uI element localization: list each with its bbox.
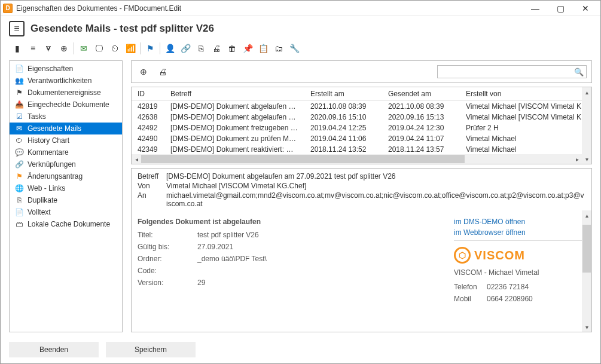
clock-icon[interactable]: ⏲ <box>108 41 122 56</box>
cell-id: 42492 <box>132 123 164 133</box>
sidebar-item--nderungsantrag[interactable]: ⚑Änderungsantrag <box>10 170 122 182</box>
export-icon[interactable]: ⊕ <box>136 65 151 79</box>
sidebar-icon: 💬 <box>14 148 24 157</box>
sidebar-icon: ⚑ <box>14 172 24 181</box>
flag-icon[interactable]: ⚑ <box>143 41 157 56</box>
mail-body: Folgendes Dokument ist abgelaufen Titel:… <box>132 210 591 332</box>
sidebar-item-gesendete-mails[interactable]: ✉Gesendete Mails <box>10 123 122 134</box>
sidebar-icon: 🔗 <box>14 160 24 169</box>
minimize-button[interactable]: — <box>523 1 548 16</box>
close-button-footer[interactable]: Beenden <box>9 342 99 357</box>
sidebar-label: Gesendete Mails <box>28 124 81 133</box>
search-icon[interactable]: 🔍 <box>574 68 584 77</box>
card-icon[interactable]: 🗂 <box>271 41 286 56</box>
document-info: Folgendes Dokument ist abgelaufen Titel:… <box>138 218 448 328</box>
pin-icon[interactable]: 📌 <box>240 41 255 56</box>
doc-titel-label: Titel: <box>138 231 197 239</box>
col-id[interactable]: ID <box>132 87 164 101</box>
tel-value: 02236 72184 <box>487 283 529 291</box>
app-icon: D <box>3 4 13 13</box>
sidebar-item-verkn-pfungen[interactable]: 🔗Verknüpfungen <box>10 158 122 170</box>
cell-erstellt: 2019.04.24 12:25 <box>304 123 382 133</box>
sidebar-item-tasks[interactable]: ☑Tasks <box>10 111 122 123</box>
logo-mark-icon: ⬡ <box>454 247 471 264</box>
col-von[interactable]: Erstellt von <box>460 87 591 101</box>
doc-ordner-label: Ordner: <box>138 255 197 263</box>
sidebar-label: Volltext <box>28 208 51 216</box>
close-button[interactable]: ✕ <box>573 1 598 16</box>
sidebar-item-lokale-cache-dokumente[interactable]: 🗃Lokale Cache Dokumente <box>10 218 122 230</box>
broadcast-icon[interactable]: 📶 <box>123 41 138 56</box>
scroll-down-icon[interactable]: ▾ <box>582 154 591 164</box>
sidebar-item-verantwortlichkeiten[interactable]: 👥Verantwortlichkeiten <box>10 75 122 87</box>
filter-icon[interactable]: ⛛ <box>41 41 56 56</box>
contact-panel: im DMS-DEMO öffnen im Webbrowser öffnen … <box>454 218 585 328</box>
sidebar-icon: 📄 <box>14 208 24 216</box>
link-icon[interactable]: 🔗 <box>178 41 193 56</box>
col-gesendet[interactable]: Gesendet am <box>382 87 460 101</box>
cell-betreff: [DMS-DEMO] Dokument abgelaufen a... <box>164 112 304 123</box>
scroll-right-icon[interactable]: ▸ <box>572 154 582 164</box>
detail-scroll-up-icon[interactable]: ▴ <box>582 210 591 220</box>
cell-erstellt: 2020.09.16 15:10 <box>304 112 382 123</box>
table-row[interactable]: 42819[DMS-DEMO] Dokument abgelaufen a...… <box>132 101 591 112</box>
copy-icon[interactable]: ⎘ <box>194 41 208 56</box>
open-in-dms-link[interactable]: im DMS-DEMO öffnen <box>454 218 585 226</box>
scroll-up-icon[interactable]: ▴ <box>582 87 591 97</box>
doc-gueltig: 27.09.2021 <box>197 243 233 251</box>
table-vscroll[interactable]: ▴ ▾ <box>582 87 591 164</box>
wrench-icon[interactable]: 🔧 <box>287 41 301 56</box>
col-betreff[interactable]: Betreff <box>164 87 304 101</box>
cell-id: 42638 <box>132 112 164 123</box>
search-box[interactable]: 🔍 <box>437 65 587 78</box>
table-row[interactable]: 42349[DMS-DEMO] Dokument reaktiviert: MY… <box>132 144 591 155</box>
sidebar-label: History Chart <box>28 136 69 145</box>
sidebar-item-history-chart[interactable]: ⏲History Chart <box>10 134 122 146</box>
sidebar-item-volltext[interactable]: 📄Volltext <box>10 206 122 218</box>
print-list-icon[interactable]: 🖨 <box>155 65 170 79</box>
col-erstellt[interactable]: Erstellt am <box>304 87 382 101</box>
sidebar-item-kommentare[interactable]: 💬Kommentare <box>10 146 122 158</box>
search-input[interactable] <box>440 67 574 77</box>
window: D Eigenschaften des Dokumentes - FMDocum… <box>0 0 601 364</box>
cell-erstellt: 2018.11.24 13:52 <box>304 144 382 155</box>
user-icon[interactable]: 👤 <box>163 41 177 56</box>
table-row[interactable]: 42490[DMS-DEMO] Dokument zu prüfen MYC..… <box>132 133 591 144</box>
sidebar-item-eingecheckte-dokumente[interactable]: 📥Eingecheckte Dokumente <box>10 99 122 111</box>
mail-check-icon[interactable]: ✉ <box>77 41 91 56</box>
db-icon[interactable]: ▮ <box>10 41 25 56</box>
sidebar-item-eigenschaften[interactable]: 📄Eigenschaften <box>10 63 122 75</box>
maximize-button[interactable]: ▢ <box>548 1 573 16</box>
list-icon[interactable]: ≡ <box>26 41 40 56</box>
sidebar-label: Verknüpfungen <box>28 160 76 169</box>
sidebar-item-dokumentenereignisse[interactable]: ⚑Dokumentenereignisse <box>10 87 122 99</box>
toolbar-separator <box>160 42 160 54</box>
detail-vscroll[interactable]: ▴ ▾ <box>582 210 591 332</box>
table-row[interactable]: 42638[DMS-DEMO] Dokument abgelaufen a...… <box>132 112 591 123</box>
sidebar-label: Änderungsantrag <box>28 172 83 181</box>
sidebar-item-duplikate[interactable]: ⎘Duplikate <box>10 194 122 206</box>
clipboard-icon[interactable]: 📋 <box>256 41 270 56</box>
open-in-browser-link[interactable]: im Webbrowser öffnen <box>454 228 585 237</box>
cell-betreff: [DMS-DEMO] Dokument zu prüfen MYC... <box>164 133 304 144</box>
table-row[interactable]: 42492[DMS-DEMO] Dokument freizugeben M..… <box>132 123 591 133</box>
betreff-label: Betreff <box>138 172 166 181</box>
mail-table[interactable]: ID Betreff Erstellt am Gesendet am Erste… <box>131 87 592 164</box>
detail-scroll-down-icon[interactable]: ▾ <box>582 322 591 332</box>
monitor-icon[interactable]: 🖵 <box>92 41 106 56</box>
globe-icon[interactable]: ⊕ <box>57 41 71 56</box>
sidebar-icon: 🌐 <box>14 184 24 192</box>
sidebar-label: Tasks <box>28 112 46 121</box>
save-button[interactable]: Speichern <box>106 342 196 357</box>
sidebar-label: Eingecheckte Dokumente <box>28 100 109 109</box>
sidebar-icon: 📄 <box>14 65 24 73</box>
print-icon[interactable]: 🖨 <box>209 41 224 56</box>
header-icon <box>9 21 25 36</box>
trash-icon[interactable]: 🗑 <box>225 41 239 56</box>
cell-von: Prüfer 2 H <box>460 123 591 133</box>
sidebar[interactable]: 📄Eigenschaften👥Verantwortlichkeiten⚑Doku… <box>9 60 123 332</box>
table-hscroll[interactable]: ◂ ▸ <box>132 154 582 164</box>
scroll-left-icon[interactable]: ◂ <box>132 154 141 164</box>
sidebar-item-web-links[interactable]: 🌐Web - Links <box>10 182 122 194</box>
filter-bar: ⊕ 🖨 🔍 <box>131 60 592 83</box>
